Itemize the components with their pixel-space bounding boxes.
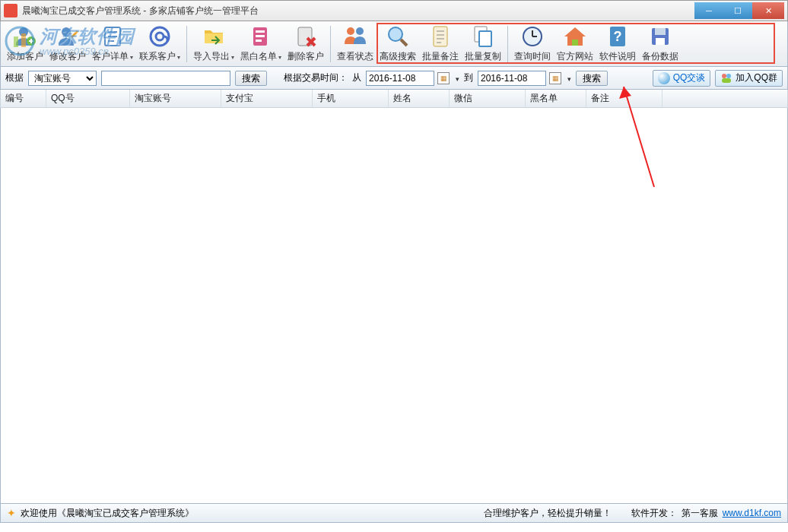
toolbar-user-edit[interactable]: 修改客户 [46,24,89,65]
toolbar-doc[interactable]: 批量备注 [419,24,462,65]
from-label: 从 [352,71,361,84]
qq-icon [658,72,670,84]
svg-rect-37 [656,38,665,45]
column-header[interactable]: 备注 [586,90,662,107]
date-from-input[interactable] [366,71,434,86]
svg-rect-15 [256,40,262,42]
column-header[interactable]: 淘宝账号 [130,90,221,107]
calendar-icon[interactable]: ▦ [549,72,561,84]
folder-icon [202,24,226,49]
window-title: 晨曦淘宝已成交客户管理系统 - 多家店铺客户统一管理平台 [22,5,694,17]
toolbar-folder[interactable]: 导入导出▾ [190,24,237,65]
status-dev-link[interactable]: www.d1kf.com [723,508,781,518]
svg-point-5 [62,27,71,36]
search-button-1[interactable]: 搜索 [235,71,267,86]
svg-rect-14 [256,35,265,37]
calendar-icon[interactable]: ▦ [437,72,450,84]
search-by-select[interactable]: 淘宝账号 [28,71,97,86]
svg-line-20 [401,40,407,46]
blacklist-icon [249,24,273,49]
svg-rect-13 [256,30,265,33]
user-add-icon [13,24,37,49]
toolbar-blacklist[interactable]: 黑白名单▾ [237,24,284,65]
svg-rect-27 [479,31,491,46]
svg-point-19 [389,27,402,41]
table-header: 编号QQ号淘宝账号支付宝手机姓名微信黑名单备注 [0,90,788,108]
qq-chat-button[interactable]: QQ交谈 [653,70,711,87]
toolbar-delete[interactable]: 删除客户 [284,24,327,65]
toolbar: 添加客户修改客户客户详单▾联系客户▾ 导入导出▾黑白名单▾删除客户 查看状态高级… [0,21,788,67]
detail-icon [100,24,125,49]
status-slogan: 合理维护客户，轻松提升销量！ [484,507,612,520]
column-header[interactable]: 黑名单 [526,90,586,107]
column-header[interactable]: QQ号 [46,90,130,107]
toolbar-magnify[interactable]: 高级搜索 [377,24,419,65]
toolbar-users[interactable]: 查看状态 [334,24,377,65]
svg-point-3 [19,27,28,36]
svg-rect-40 [722,78,731,83]
svg-point-11 [156,33,164,40]
column-header[interactable]: 姓名 [389,90,450,107]
users-icon [343,24,367,49]
svg-rect-36 [655,28,666,35]
qq-group-button[interactable]: 加入QQ群 [715,70,783,87]
toolbar-save[interactable]: 备份数据 [639,24,682,65]
column-header[interactable]: 编号 [1,90,46,107]
status-dev-name: 第一客服 [682,507,718,520]
search-time-label: 根据交易时间： [284,71,348,84]
titlebar: 晨曦淘宝已成交客户管理系统 - 多家店铺客户统一管理平台 ─ ☐ ✕ [0,0,788,21]
doc-icon [428,24,453,49]
clock-icon [520,24,545,49]
toolbar-home[interactable]: 官方网站 [554,24,596,65]
svg-rect-21 [434,27,447,46]
help-icon: ? [605,24,630,49]
svg-point-38 [722,74,726,78]
searchbar: 根据 淘宝账号 搜索 根据交易时间： 从 ▦ 到 ▦ 搜索 QQ交谈 加入QQ群 [0,67,788,90]
statusbar: ✦ 欢迎使用《晨曦淘宝已成交客户管理系统》 合理维护客户，轻松提升销量！ 软件开… [0,503,788,523]
toolbar-copy[interactable]: 批量复制 [462,24,504,65]
close-button[interactable]: ✕ [752,2,784,19]
home-icon [563,24,587,49]
column-header[interactable]: 微信 [450,90,526,107]
star-icon: ✦ [7,507,16,519]
svg-point-17 [347,27,354,35]
status-dev-label: 软件开发： [631,507,677,520]
save-icon [648,24,672,49]
status-welcome: 欢迎使用《晨曦淘宝已成交客户管理系统》 [21,507,194,520]
toolbar-help[interactable]: ?软件说明 [596,24,639,65]
search-by-label: 根据 [5,71,24,84]
toolbar-detail[interactable]: 客户详单▾ [89,24,136,65]
column-header[interactable]: 支付宝 [221,90,313,107]
search-button-2[interactable]: 搜索 [576,71,608,86]
copy-icon [471,24,495,49]
date-to-input[interactable] [478,71,546,86]
toolbar-at[interactable]: 联系客户▾ [136,24,183,65]
toolbar-user-add[interactable]: 添加客户 [4,24,46,65]
to-label: 到 [464,71,473,84]
delete-icon [294,24,318,49]
svg-text:?: ? [614,29,622,44]
svg-rect-32 [572,40,578,46]
search-keyword-input[interactable] [101,71,230,86]
app-icon [4,4,17,17]
toolbar-clock[interactable]: 查询时间 [511,24,554,65]
table-body [0,108,788,503]
people-icon [720,72,732,84]
svg-point-18 [356,27,364,35]
maximize-button[interactable]: ☐ [723,2,752,19]
at-icon [148,24,172,49]
minimize-button[interactable]: ─ [694,2,723,19]
magnify-icon [386,24,410,49]
svg-point-39 [726,74,731,78]
column-header[interactable]: 手机 [313,90,389,107]
user-edit-icon [56,24,80,49]
